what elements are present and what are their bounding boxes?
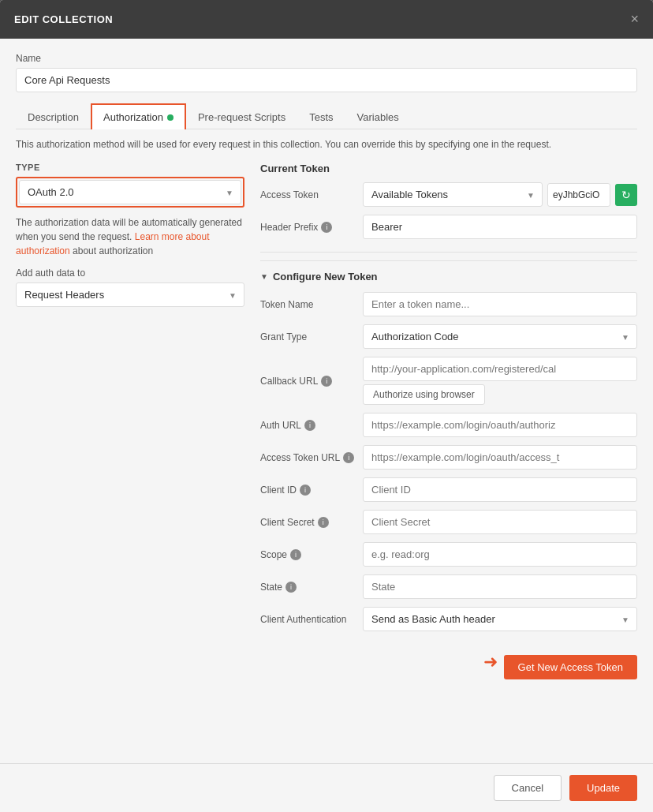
client-secret-input-area (363, 510, 637, 534)
cancel-button[interactable]: Cancel (494, 775, 562, 801)
update-button[interactable]: Update (569, 775, 637, 801)
client-id-label: Client ID i (260, 485, 363, 496)
client-auth-select[interactable]: Send as Basic Auth header Send client cr… (363, 607, 637, 631)
modal-header: EDIT COLLECTION × (0, 0, 653, 39)
state-label: State i (260, 582, 363, 593)
available-tokens-select[interactable]: Available Tokens (363, 182, 543, 207)
grant-type-select-area: Authorization Code Implicit Password Cre… (363, 324, 637, 349)
auth-url-label: Auth URL i (260, 420, 363, 431)
add-auth-select-wrapper: Request Headers Request URL ▼ (16, 283, 244, 307)
modal-footer: Cancel Update (0, 763, 653, 812)
callback-url-input-area: Authorize using browser (363, 357, 637, 405)
modal-body: Name Description Authorization Pre-reque… (0, 39, 653, 763)
tab-prerequest[interactable]: Pre-request Scripts (186, 103, 297, 129)
access-token-url-input-area (363, 445, 637, 470)
token-refresh-button[interactable]: ↻ (615, 184, 637, 206)
client-secret-info-icon[interactable]: i (318, 517, 329, 528)
access-token-label: Access Token (260, 189, 363, 200)
add-auth-select[interactable]: Request Headers Request URL (16, 283, 244, 307)
name-label: Name (16, 53, 637, 64)
state-info-icon[interactable]: i (285, 582, 297, 593)
grant-type-label: Grant Type (260, 331, 363, 342)
access-token-url-info-icon[interactable]: i (343, 452, 354, 463)
tab-variables[interactable]: Variables (345, 103, 411, 129)
configure-collapse-arrow[interactable]: ▼ (260, 272, 268, 281)
auth-description: The authorization data will be automatic… (16, 215, 244, 258)
info-text: This authorization method will be used f… (16, 137, 637, 152)
auth-url-info-icon[interactable]: i (304, 420, 315, 431)
divider (260, 252, 637, 253)
client-auth-wrapper: Send as Basic Auth header Send client cr… (363, 607, 637, 631)
type-label: TYPE (16, 163, 244, 172)
header-prefix-input-area (363, 215, 637, 239)
access-token-row: Access Token Available Tokens ▼ ↻ (260, 182, 637, 207)
auth-url-row: Auth URL i (260, 413, 637, 437)
client-auth-row: Client Authentication Send as Basic Auth… (260, 607, 637, 631)
get-token-row: ➜ Get New Access Token (260, 644, 637, 679)
client-auth-label: Client Authentication (260, 614, 363, 625)
grant-type-wrapper: Authorization Code Implicit Password Cre… (363, 324, 637, 349)
modal: EDIT COLLECTION × Name Description Autho… (0, 0, 653, 812)
get-new-access-token-button[interactable]: Get New Access Token (504, 655, 637, 679)
authorize-browser-button[interactable]: Authorize using browser (363, 384, 485, 405)
available-tokens-wrapper: Available Tokens ▼ (363, 182, 543, 207)
current-token-section: Current Token Access Token Available Tok… (260, 163, 637, 239)
left-panel: TYPE OAuth 2.0 No Auth API Key Bearer To… (16, 163, 244, 679)
state-input-area (363, 574, 637, 599)
type-box: OAuth 2.0 No Auth API Key Bearer Token B… (16, 177, 244, 208)
callback-url-input[interactable] (363, 357, 637, 381)
arrow-indicator: ➜ (483, 653, 498, 671)
access-token-url-label: Access Token URL i (260, 452, 363, 463)
auth-url-input-area (363, 413, 637, 437)
client-auth-select-area: Send as Basic Auth header Send client cr… (363, 607, 637, 631)
access-token-input-area: Available Tokens ▼ ↻ (363, 182, 637, 207)
tab-description[interactable]: Description (16, 103, 91, 129)
token-name-input-area (363, 292, 637, 316)
callback-url-info-icon[interactable]: i (321, 376, 332, 387)
scope-row: Scope i (260, 542, 637, 567)
access-token-url-input[interactable] (363, 445, 637, 470)
configure-title: ▼ Configure New Token (260, 271, 637, 283)
configure-section: ▼ Configure New Token Token Name Grant T… (260, 260, 637, 679)
scope-label: Scope i (260, 549, 363, 560)
client-secret-row: Client Secret i (260, 510, 637, 534)
tabs-bar: Description Authorization Pre-request Sc… (16, 103, 637, 129)
state-input[interactable] (363, 574, 637, 599)
modal-title: EDIT COLLECTION (14, 13, 113, 25)
tab-authorization[interactable]: Authorization (91, 103, 186, 129)
auth-url-input[interactable] (363, 413, 637, 437)
client-id-input-area (363, 477, 637, 502)
grant-type-row: Grant Type Authorization Code Implicit P… (260, 324, 637, 349)
header-prefix-label: Header Prefix i (260, 222, 363, 233)
scope-input[interactable] (363, 542, 637, 567)
tab-tests[interactable]: Tests (297, 103, 345, 129)
close-button[interactable]: × (630, 11, 639, 28)
type-select[interactable]: OAuth 2.0 No Auth API Key Bearer Token B… (19, 180, 241, 204)
name-input[interactable] (16, 68, 637, 92)
access-token-url-row: Access Token URL i (260, 445, 637, 470)
header-prefix-info-icon[interactable]: i (321, 222, 332, 233)
token-value-input[interactable] (547, 183, 610, 207)
auth-dot (167, 114, 174, 121)
scope-input-area (363, 542, 637, 567)
current-token-title: Current Token (260, 163, 637, 174)
client-secret-label: Client Secret i (260, 517, 363, 528)
header-prefix-input[interactable] (363, 215, 637, 239)
scope-info-icon[interactable]: i (290, 549, 301, 560)
callback-url-label: Callback URL i (260, 376, 363, 387)
header-prefix-row: Header Prefix i (260, 215, 637, 239)
client-secret-input[interactable] (363, 510, 637, 534)
add-auth-label: Add auth data to (16, 268, 244, 279)
grant-type-select[interactable]: Authorization Code Implicit Password Cre… (363, 324, 637, 349)
main-content: TYPE OAuth 2.0 No Auth API Key Bearer To… (16, 163, 637, 679)
type-select-wrapper: OAuth 2.0 No Auth API Key Bearer Token B… (19, 180, 241, 204)
right-panel: Current Token Access Token Available Tok… (260, 163, 637, 679)
state-row: State i (260, 574, 637, 599)
token-name-label: Token Name (260, 299, 363, 310)
token-name-row: Token Name (260, 292, 637, 316)
client-id-row: Client ID i (260, 477, 637, 502)
token-name-input[interactable] (363, 292, 637, 316)
client-id-info-icon[interactable]: i (300, 485, 311, 496)
client-id-input[interactable] (363, 477, 637, 502)
callback-url-row: Callback URL i Authorize using browser (260, 357, 637, 405)
